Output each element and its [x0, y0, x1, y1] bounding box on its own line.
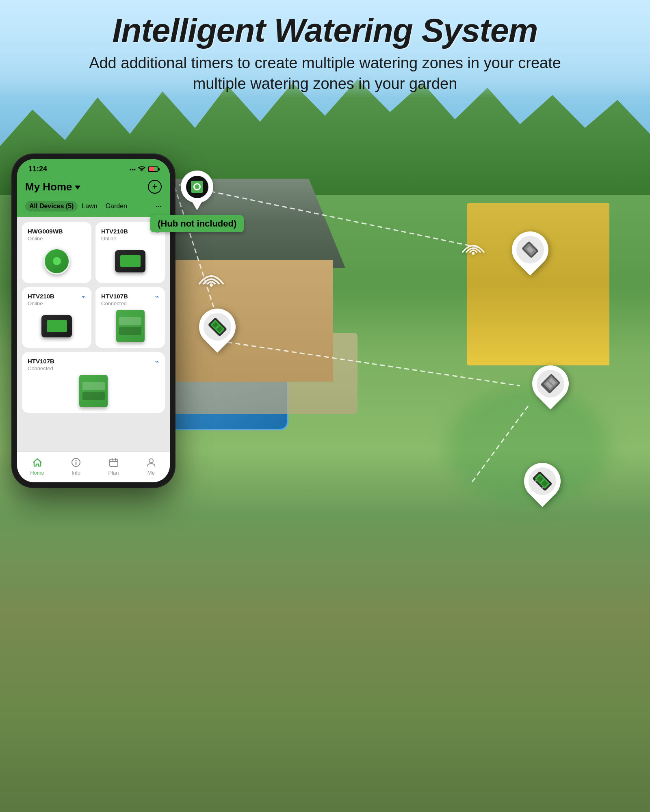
bluetooth-icon-2: ⌁	[82, 293, 86, 300]
device-icon-area-1	[28, 245, 86, 277]
hub-icon	[186, 176, 208, 198]
page-subtitle: Add additional timers to create multiple…	[81, 53, 569, 95]
svg-rect-27	[110, 459, 118, 466]
pin-circle-1	[504, 224, 556, 275]
hwg-device-icon	[43, 248, 70, 274]
home-nav-icon	[32, 457, 43, 468]
pin-circle-3	[524, 358, 576, 409]
pin-inner-2	[204, 313, 231, 341]
htv210-device-icon-2	[41, 315, 72, 337]
tab-all-devices[interactable]: All Devices (5)	[25, 201, 78, 212]
wifi-status-icon	[138, 166, 145, 173]
pin-device-3	[536, 369, 565, 398]
yellow-house	[467, 203, 609, 365]
pin-device-4	[528, 467, 557, 496]
device-name-1: HWG009WB	[28, 228, 86, 235]
status-time: 11:24	[28, 165, 47, 173]
page-title: Intelligent Watering System	[113, 12, 538, 49]
htv107-device-icon-1	[116, 310, 145, 342]
nav-item-info[interactable]: Info	[70, 457, 82, 476]
nav-item-me[interactable]: Me	[145, 457, 157, 476]
wifi-wave-right	[459, 235, 488, 257]
nav-label-plan: Plan	[108, 470, 119, 476]
device-card-htv107b-1[interactable]: HTV107B Connected ⌁	[95, 287, 165, 348]
device-status-2: Online	[101, 235, 159, 242]
home-title: My Home	[25, 181, 72, 193]
htv210-device-icon-1	[115, 250, 145, 272]
device-status-1: Online	[28, 235, 86, 242]
svg-point-31	[149, 459, 153, 463]
app-header: My Home +	[17, 177, 170, 201]
device-status-5: Connected	[28, 365, 159, 371]
device-icon-area-3	[28, 310, 86, 342]
nav-item-plan[interactable]: Plan	[108, 457, 119, 476]
phone-screen: 11:24 ▪▪▪	[17, 159, 170, 482]
bluetooth-icon-3: ⌁	[155, 293, 159, 300]
hub-logo	[191, 181, 203, 193]
hub-pin	[181, 171, 213, 203]
hub-label: (Hub not included)	[150, 215, 244, 232]
device-card-header-5: HTV107B Connected	[28, 358, 159, 371]
filter-tabs: All Devices (5) Lawn Garden ···	[17, 201, 170, 217]
bluetooth-icon-4: ⌁	[155, 358, 159, 365]
me-nav-icon	[145, 457, 157, 468]
tab-garden[interactable]: Garden	[102, 201, 131, 212]
device-name-5: HTV107B	[28, 358, 159, 365]
pin-circle-4	[516, 455, 568, 507]
hub-callout: (Hub not included)	[150, 171, 244, 232]
svg-point-4	[210, 283, 213, 287]
status-bar: 11:24 ▪▪▪	[17, 159, 170, 177]
device-card-htv210b-2[interactable]: HTV210B Online ⌁	[22, 287, 91, 348]
device-icon-area-2	[101, 245, 159, 277]
map-pin-center	[199, 309, 236, 345]
device-icon-area-5	[28, 375, 159, 407]
device-card-header-1: HWG009WB Online	[28, 228, 86, 242]
pin-inner-1	[516, 236, 544, 263]
device-name-4: HTV107B	[101, 293, 159, 300]
signal-icon: ▪▪▪	[130, 166, 136, 173]
map-pin-right-mid	[532, 365, 569, 402]
info-nav-icon	[70, 457, 82, 468]
device-status-3: Online	[28, 300, 86, 307]
map-pin-top-right	[512, 231, 548, 268]
svg-point-23	[141, 171, 143, 172]
home-title-row: My Home	[25, 181, 80, 193]
map-pin-bottom-right	[524, 463, 561, 499]
plan-nav-icon	[108, 457, 119, 468]
pin-inner-4	[529, 467, 556, 495]
wifi-wave-center	[195, 264, 228, 290]
device-icon-area-4	[101, 310, 159, 342]
devices-grid: HWG009WB Online HTV210B Online ⌁	[17, 217, 170, 451]
pin-inner-3	[537, 370, 564, 397]
header: Intelligent Watering System Add addition…	[0, 0, 650, 97]
device-card-hwg009wb[interactable]: HWG009WB Online	[22, 222, 91, 283]
device-status-4: Connected	[101, 300, 159, 307]
bottom-nav: Home Info	[17, 451, 170, 482]
device-card-header-3: HTV210B Online	[28, 293, 86, 307]
pin-circle-2	[191, 301, 243, 352]
device-card-header-4: HTV107B Connected	[101, 293, 159, 307]
pin-device-1	[516, 235, 545, 264]
tab-lawn[interactable]: Lawn	[78, 201, 101, 212]
device-name-3: HTV210B	[28, 293, 86, 300]
nav-label-me: Me	[147, 470, 155, 476]
nav-label-home: Home	[30, 470, 44, 476]
svg-point-5	[472, 252, 475, 255]
nav-label-info: Info	[72, 470, 80, 476]
pin-device-2	[203, 313, 232, 341]
dropdown-arrow-icon[interactable]	[75, 186, 80, 190]
hub-logo-inner	[193, 183, 201, 190]
nav-item-home[interactable]: Home	[30, 457, 44, 476]
htv107-device-icon-2	[79, 375, 108, 407]
device-card-htv107b-2[interactable]: HTV107B Connected ⌁	[22, 352, 165, 413]
svg-point-26	[76, 460, 77, 461]
